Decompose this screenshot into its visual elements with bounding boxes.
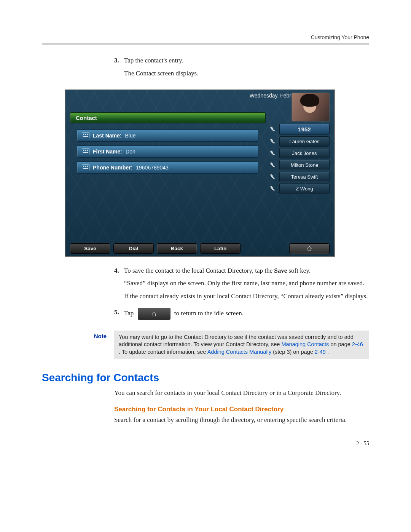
step-number: 5. [114,308,124,324]
field-phone-number[interactable]: Phone Number: 19606789043 [77,161,259,174]
field-first-name-value: Don [126,149,135,155]
keyboard-icon [82,165,89,170]
speed-dial-item[interactable]: Z Wong [279,184,330,194]
link-page-2-49[interactable]: 2-49 [315,349,326,355]
link-adding-contacts-manually[interactable]: Adding Contacts Manually [207,349,271,355]
step-4-p3: If the contact already exists in your lo… [124,292,369,301]
inline-home-button[interactable] [138,308,170,320]
field-first-name[interactable]: First Name: Don [77,145,259,158]
field-last-name[interactable]: Last Name: Blue [77,129,259,142]
section-intro: You can search for contacts in your loca… [114,388,369,398]
running-header: Customizing Your Phone [42,34,369,43]
field-last-name-value: Blue [125,133,135,139]
status-extension: 1952 [72,99,327,109]
handset-icon [269,173,277,180]
speed-dial-item[interactable]: Lauren Gates [279,136,330,147]
step-4-p1: To save the contact to the local Contact… [124,266,369,275]
keyboard-icon [82,149,89,154]
page-number: 2 - 55 [114,440,369,447]
step-3-line1: Tap the contact's entry. [124,56,369,65]
keyboard-icon [82,133,89,138]
phone-screenshot: Wednesday, February 4 1:30 PM 1952 Conta… [65,89,335,257]
home-button[interactable] [289,243,330,254]
heading-searching-for-contacts: Searching for Contacts [42,372,369,384]
field-phone-value: 19606789043 [136,165,169,171]
home-icon [151,312,157,317]
note-body: You may want to go to the Contact Direct… [114,331,369,359]
step-4-p2: “Saved” displays on the screen. Only the… [124,279,369,288]
step-number: 4. [114,266,124,305]
step-5-text: Tap to return to the idle screen. [124,308,369,320]
line-key-current[interactable]: 1952 [279,124,330,135]
step-5: 5. Tap to return to the idle screen. [114,308,369,324]
contact-panel-title: Contact [70,112,266,123]
step-number: 3. [114,56,124,82]
note-callout: Note You may want to go to the Contact D… [84,331,369,359]
contact-avatar [292,93,330,121]
softkey-back[interactable]: Back [157,243,197,254]
speed-dial-item[interactable]: Teresa Swift [279,172,330,182]
link-page-2-46[interactable]: 2-46 [352,341,363,347]
handset-icon [269,126,277,133]
speed-dial-item[interactable]: Jack Jones [279,148,330,158]
subsection-text: Search for a contact by scrolling throug… [114,415,369,425]
handset-icon [269,161,277,168]
subheading-local-directory: Searching for Contacts in Your Local Con… [114,406,369,413]
handset-icon [269,138,277,145]
speed-dial-item[interactable]: Milton Stone [279,160,330,170]
field-first-name-label: First Name: [93,149,122,155]
field-last-name-label: Last Name: [93,133,121,139]
step-3: 3. Tap the contact's entry. The Contact … [114,56,369,82]
handset-icon [269,150,277,157]
header-rule [42,43,369,45]
softkey-dial[interactable]: Dial [113,243,154,254]
softkey-latin[interactable]: Latin [200,243,241,254]
home-icon [306,246,313,252]
field-phone-label: Phone Number: [93,165,132,171]
note-label: Note [84,331,107,359]
softkey-save[interactable]: Save [70,243,110,254]
handset-icon [269,185,277,192]
step-4: 4. To save the contact to the local Cont… [114,266,369,305]
link-managing-contacts[interactable]: Managing Contacts [281,341,329,347]
step-3-line2: The Contact screen displays. [124,69,369,78]
